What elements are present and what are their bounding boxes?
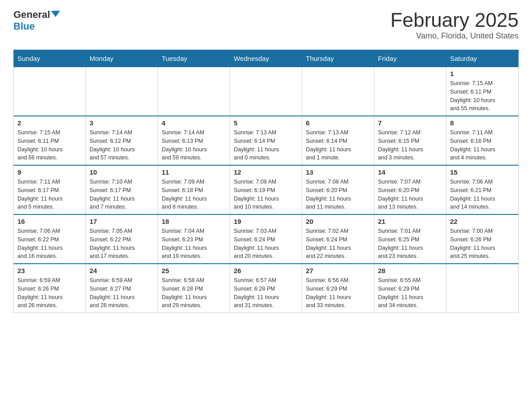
- month-title: February 2025: [390, 9, 519, 31]
- day-number: 12: [234, 168, 298, 176]
- day-number: 26: [234, 267, 298, 274]
- calendar-cell: 28Sunrise: 6:55 AM Sunset: 6:29 PM Dayli…: [374, 264, 446, 313]
- page-header: General Blue February 2025 Vamo, Florida…: [13, 9, 519, 41]
- day-info: Sunrise: 6:58 AM Sunset: 6:28 PM Dayligh…: [162, 276, 226, 310]
- calendar-cell: 4Sunrise: 7:14 AM Sunset: 6:13 PM Daylig…: [158, 116, 230, 165]
- calendar-week-row: 23Sunrise: 6:59 AM Sunset: 6:26 PM Dayli…: [14, 264, 519, 313]
- day-number: 7: [378, 119, 442, 127]
- day-info: Sunrise: 7:09 AM Sunset: 6:18 PM Dayligh…: [162, 178, 226, 211]
- day-info: Sunrise: 7:04 AM Sunset: 6:23 PM Dayligh…: [162, 227, 226, 261]
- calendar-week-row: 9Sunrise: 7:11 AM Sunset: 6:17 PM Daylig…: [14, 165, 519, 214]
- day-number: 8: [450, 119, 515, 127]
- day-number: 23: [17, 267, 82, 274]
- day-number: 24: [90, 267, 154, 274]
- calendar-cell: 19Sunrise: 7:03 AM Sunset: 6:24 PM Dayli…: [230, 214, 302, 264]
- day-number: 18: [162, 218, 226, 225]
- calendar-cell: [374, 67, 446, 116]
- day-number: 22: [450, 218, 515, 225]
- day-number: 25: [162, 267, 226, 274]
- calendar-cell: 3Sunrise: 7:14 AM Sunset: 6:12 PM Daylig…: [86, 116, 158, 165]
- day-info: Sunrise: 6:55 AM Sunset: 6:29 PM Dayligh…: [378, 276, 442, 310]
- calendar-cell: 24Sunrise: 6:59 AM Sunset: 6:27 PM Dayli…: [86, 264, 158, 313]
- day-info: Sunrise: 7:14 AM Sunset: 6:13 PM Dayligh…: [162, 128, 226, 162]
- calendar-cell: 7Sunrise: 7:12 AM Sunset: 6:15 PM Daylig…: [374, 116, 446, 165]
- day-number: 27: [306, 267, 370, 274]
- day-info: Sunrise: 7:13 AM Sunset: 6:14 PM Dayligh…: [234, 128, 298, 162]
- day-info: Sunrise: 7:05 AM Sunset: 6:22 PM Dayligh…: [90, 227, 154, 261]
- day-number: 19: [234, 218, 298, 225]
- calendar-cell: 20Sunrise: 7:02 AM Sunset: 6:24 PM Dayli…: [302, 214, 374, 264]
- calendar-cell: 23Sunrise: 6:59 AM Sunset: 6:26 PM Dayli…: [14, 264, 86, 313]
- location-text: Vamo, Florida, United States: [390, 31, 519, 41]
- calendar-cell: 1Sunrise: 7:15 AM Sunset: 6:11 PM Daylig…: [446, 67, 519, 116]
- calendar-cell: 8Sunrise: 7:11 AM Sunset: 6:16 PM Daylig…: [446, 116, 519, 165]
- day-number: 15: [450, 168, 515, 176]
- day-number: 16: [17, 218, 82, 225]
- day-info: Sunrise: 7:11 AM Sunset: 6:17 PM Dayligh…: [17, 178, 82, 211]
- day-info: Sunrise: 7:02 AM Sunset: 6:24 PM Dayligh…: [306, 227, 370, 261]
- day-info: Sunrise: 6:59 AM Sunset: 6:27 PM Dayligh…: [90, 276, 154, 310]
- calendar-cell: 27Sunrise: 6:56 AM Sunset: 6:29 PM Dayli…: [302, 264, 374, 313]
- logo: General Blue: [13, 9, 60, 32]
- calendar-cell: 16Sunrise: 7:06 AM Sunset: 6:22 PM Dayli…: [14, 214, 86, 264]
- day-info: Sunrise: 7:12 AM Sunset: 6:15 PM Dayligh…: [378, 128, 442, 162]
- day-info: Sunrise: 7:06 AM Sunset: 6:22 PM Dayligh…: [17, 227, 82, 261]
- calendar-cell: 17Sunrise: 7:05 AM Sunset: 6:22 PM Dayli…: [86, 214, 158, 264]
- day-number: 13: [306, 168, 370, 176]
- day-number: 28: [378, 267, 442, 274]
- day-info: Sunrise: 7:15 AM Sunset: 6:11 PM Dayligh…: [17, 128, 82, 162]
- day-number: 2: [17, 119, 82, 127]
- day-number: 11: [162, 168, 226, 176]
- calendar-table: SundayMondayTuesdayWednesdayThursdayFrid…: [13, 50, 519, 313]
- day-number: 5: [234, 119, 298, 127]
- calendar-week-row: 16Sunrise: 7:06 AM Sunset: 6:22 PM Dayli…: [14, 214, 519, 264]
- day-info: Sunrise: 6:57 AM Sunset: 6:28 PM Dayligh…: [234, 276, 298, 310]
- weekday-header-wednesday: Wednesday: [230, 50, 302, 67]
- calendar-cell: [302, 67, 374, 116]
- calendar-cell: 22Sunrise: 7:00 AM Sunset: 6:26 PM Dayli…: [446, 214, 519, 264]
- weekday-header-tuesday: Tuesday: [158, 50, 230, 67]
- day-info: Sunrise: 7:14 AM Sunset: 6:12 PM Dayligh…: [90, 128, 154, 162]
- weekday-header-saturday: Saturday: [446, 50, 519, 67]
- day-info: Sunrise: 7:11 AM Sunset: 6:16 PM Dayligh…: [450, 128, 515, 162]
- calendar-header-row: SundayMondayTuesdayWednesdayThursdayFrid…: [14, 50, 519, 67]
- calendar-cell: 21Sunrise: 7:01 AM Sunset: 6:25 PM Dayli…: [374, 214, 446, 264]
- calendar-cell: 18Sunrise: 7:04 AM Sunset: 6:23 PM Dayli…: [158, 214, 230, 264]
- calendar-cell: 13Sunrise: 7:08 AM Sunset: 6:20 PM Dayli…: [302, 165, 374, 214]
- day-number: 14: [378, 168, 442, 176]
- calendar-cell: 14Sunrise: 7:07 AM Sunset: 6:20 PM Dayli…: [374, 165, 446, 214]
- day-number: 6: [306, 119, 370, 127]
- day-info: Sunrise: 7:10 AM Sunset: 6:17 PM Dayligh…: [90, 178, 154, 211]
- day-number: 4: [162, 119, 226, 127]
- day-number: 20: [306, 218, 370, 225]
- calendar-cell: 25Sunrise: 6:58 AM Sunset: 6:28 PM Dayli…: [158, 264, 230, 313]
- day-info: Sunrise: 7:15 AM Sunset: 6:11 PM Dayligh…: [450, 79, 515, 113]
- day-info: Sunrise: 7:13 AM Sunset: 6:14 PM Dayligh…: [306, 128, 370, 162]
- logo-triangle-icon: [51, 11, 60, 17]
- day-info: Sunrise: 7:06 AM Sunset: 6:21 PM Dayligh…: [450, 178, 515, 211]
- calendar-cell: 12Sunrise: 7:09 AM Sunset: 6:19 PM Dayli…: [230, 165, 302, 214]
- day-info: Sunrise: 7:00 AM Sunset: 6:26 PM Dayligh…: [450, 227, 515, 261]
- day-info: Sunrise: 7:09 AM Sunset: 6:19 PM Dayligh…: [234, 178, 298, 211]
- calendar-cell: 9Sunrise: 7:11 AM Sunset: 6:17 PM Daylig…: [14, 165, 86, 214]
- day-info: Sunrise: 7:08 AM Sunset: 6:20 PM Dayligh…: [306, 178, 370, 211]
- calendar-week-row: 1Sunrise: 7:15 AM Sunset: 6:11 PM Daylig…: [14, 67, 519, 116]
- day-number: 1: [450, 70, 515, 77]
- day-info: Sunrise: 7:01 AM Sunset: 6:25 PM Dayligh…: [378, 227, 442, 261]
- day-number: 10: [90, 168, 154, 176]
- day-number: 17: [90, 218, 154, 225]
- calendar-cell: 26Sunrise: 6:57 AM Sunset: 6:28 PM Dayli…: [230, 264, 302, 313]
- calendar-cell: 15Sunrise: 7:06 AM Sunset: 6:21 PM Dayli…: [446, 165, 519, 214]
- calendar-cell: [446, 264, 519, 313]
- calendar-cell: 10Sunrise: 7:10 AM Sunset: 6:17 PM Dayli…: [86, 165, 158, 214]
- calendar-week-row: 2Sunrise: 7:15 AM Sunset: 6:11 PM Daylig…: [14, 116, 519, 165]
- weekday-header-sunday: Sunday: [14, 50, 86, 67]
- logo-blue-text: Blue: [13, 21, 35, 32]
- weekday-header-friday: Friday: [374, 50, 446, 67]
- day-info: Sunrise: 7:03 AM Sunset: 6:24 PM Dayligh…: [234, 227, 298, 261]
- weekday-header-thursday: Thursday: [302, 50, 374, 67]
- calendar-cell: [230, 67, 302, 116]
- day-info: Sunrise: 6:59 AM Sunset: 6:26 PM Dayligh…: [17, 276, 82, 310]
- day-number: 3: [90, 119, 154, 127]
- day-info: Sunrise: 6:56 AM Sunset: 6:29 PM Dayligh…: [306, 276, 370, 310]
